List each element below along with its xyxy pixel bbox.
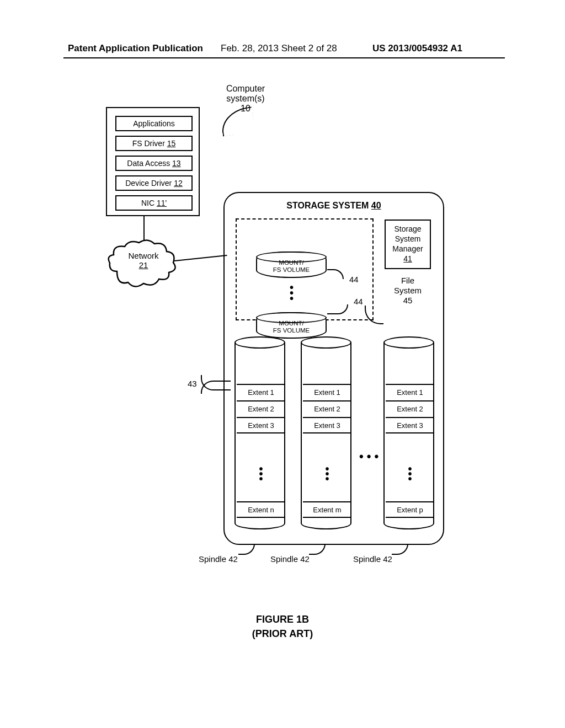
horizontal-ellipsis-icon: ••• — [359, 449, 382, 464]
vol-l2: FS VOLUME — [273, 266, 310, 273]
extent-cell: Extent n — [237, 501, 285, 518]
fsd-num: 15 — [167, 139, 176, 148]
fig-l1: FIGURE 1B — [256, 614, 309, 625]
fsd-text: FS Driver — [132, 139, 167, 148]
storage-title-text: STORAGE SYSTEM — [286, 201, 371, 210]
extent-cell: Extent 3 — [303, 417, 351, 433]
extent-cell: Extent m — [303, 501, 351, 518]
storage-title: STORAGE SYSTEM 40 — [225, 201, 443, 211]
storage-system-box: STORAGE SYSTEM 40 Storage System Manager… — [223, 192, 444, 545]
network-label: Network 21 — [121, 251, 166, 270]
extent-cell: Extent 3 — [386, 417, 434, 433]
vol-l1b: MOUNT/ — [279, 320, 303, 326]
header-right: US 2013/0054932 A1 — [372, 43, 462, 54]
header-center: Feb. 28, 2013 Sheet 2 of 28 — [221, 43, 337, 54]
vertical-ellipsis-icon: ••• — [385, 467, 435, 481]
storage-manager-box: Storage System Manager 41 — [385, 220, 431, 269]
vol1-leader — [327, 269, 344, 279]
spindle-3-leader — [392, 544, 408, 555]
vol2-text: MOUNT/ FS VOLUME — [257, 320, 326, 334]
vol-l1: MOUNT/ — [279, 259, 303, 266]
extent-cell: Extent 2 — [386, 400, 434, 417]
vol2-ref-num: 44 — [354, 297, 363, 306]
fs-volume-group: MOUNT/ FS VOLUME 44 ••• 44 MOUNT/ FS VOL… — [236, 218, 374, 320]
vol-l2b: FS VOLUME — [273, 327, 310, 334]
dd-num: 12 — [174, 179, 183, 188]
fs-num: 45 — [403, 296, 413, 305]
nic-text: NIC — [141, 199, 157, 207]
cylinder-body: Extent 1 Extent 2 Extent 3 ••• Extent p — [383, 342, 434, 529]
cylinder-top-icon — [234, 336, 285, 349]
vol1-text: MOUNT/ FS VOLUME — [257, 259, 326, 274]
storage-title-num: 40 — [371, 201, 381, 210]
net-num: 21 — [139, 260, 148, 270]
spindle-2-leader — [309, 544, 326, 555]
spindle-2: Extent 1 Extent 2 Extent 3 ••• Extent m — [301, 336, 351, 529]
extent-cell: Extent 3 — [237, 417, 285, 433]
cylinder-top-icon — [301, 336, 351, 349]
mgr-l1: Storage — [394, 224, 421, 233]
extent-cell: Extent p — [386, 501, 434, 518]
fs-l1: File — [401, 276, 414, 285]
fig-l2: (PRIOR ART) — [252, 628, 313, 639]
patent-figure-page: Patent Application Publication Feb. 28, … — [0, 0, 565, 728]
file-system-label: File System 45 — [387, 276, 429, 306]
vertical-ellipsis-icon: ••• — [302, 467, 353, 481]
net-text: Network — [128, 251, 158, 260]
spindle-2-label: Spindle 42 — [270, 554, 310, 564]
da-num: 13 — [172, 159, 181, 168]
spindle-1-label: Spindle 42 — [199, 554, 238, 564]
spindle-3-label: Spindle 42 — [353, 554, 392, 564]
device-driver-row: Device Driver 12 — [115, 175, 193, 191]
da-text: Data Access — [127, 159, 172, 168]
vol-vertical-ellipsis-icon: ••• — [290, 285, 292, 301]
comp-label-l2: system(s) — [226, 94, 264, 103]
spindle-1-leader — [238, 544, 255, 555]
extent-cell: Extent 2 — [303, 400, 351, 417]
cylinder-top-icon — [383, 336, 434, 349]
fs-l2: System — [394, 286, 422, 295]
dd-text: Device Driver — [125, 179, 174, 188]
ref-43-label: 43 — [188, 379, 197, 388]
extent-cell: Extent 2 — [237, 400, 285, 417]
header-left: Patent Application Publication — [68, 43, 203, 54]
data-access-row: Data Access 13 — [115, 156, 193, 171]
computer-system-box: Applications FS Driver 15 Data Access 13… — [106, 107, 200, 216]
cylinder-body: Extent 1 Extent 2 Extent 3 ••• Extent m — [301, 342, 351, 529]
connector-comp-cloud — [143, 216, 145, 240]
connector-cloud-storage — [174, 255, 227, 261]
mount-volume-2: MOUNT/ FS VOLUME — [256, 312, 327, 339]
mgr-num: 41 — [403, 254, 412, 263]
comp-label-l1: Computer — [226, 84, 265, 93]
figure-caption: FIGURE 1B (PRIOR ART) — [0, 612, 565, 641]
extent-cell: Extent 1 — [386, 384, 434, 400]
nic-row: NIC 11' — [115, 195, 193, 211]
apps-row: Applications — [115, 116, 193, 131]
vol1-ref-num: 44 — [349, 275, 359, 284]
fs-driver-row: FS Driver 15 — [115, 136, 193, 151]
ref-43-leader-b — [201, 381, 231, 394]
mgr-l3: Manager — [392, 244, 423, 253]
mgr-l2: System — [395, 234, 421, 243]
extent-cell: Extent 1 — [303, 384, 351, 400]
mount-volume-1: MOUNT/ FS VOLUME — [256, 251, 327, 278]
nic-num: 11' — [157, 199, 167, 207]
spindle-3: Extent 1 Extent 2 Extent 3 ••• Extent p — [383, 336, 434, 529]
vol2-leader — [327, 304, 348, 314]
vertical-ellipsis-icon: ••• — [236, 467, 286, 481]
extent-cell: Extent 1 — [237, 384, 285, 400]
header-rule — [63, 57, 505, 58]
cylinder-body: Extent 1 Extent 2 Extent 3 ••• Extent n — [234, 342, 285, 529]
spindle-1: Extent 1 Extent 2 Extent 3 ••• Extent n — [234, 336, 285, 529]
